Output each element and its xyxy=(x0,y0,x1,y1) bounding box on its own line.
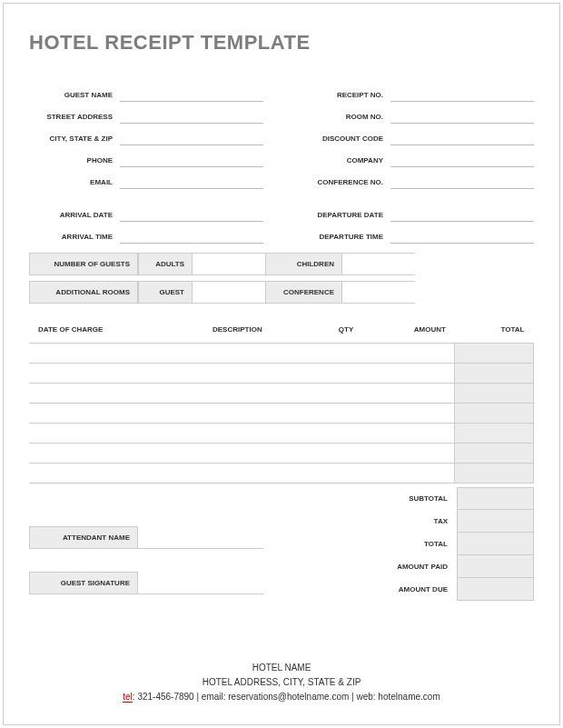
row-receipt-no: RECEIPT NO. xyxy=(300,80,534,102)
row-guest-name: GUEST NAME xyxy=(29,80,263,102)
cell-qty[interactable] xyxy=(316,384,376,404)
cell-qty[interactable] xyxy=(316,404,376,424)
input-city-state-zip[interactable] xyxy=(120,124,263,145)
value-subtotal[interactable] xyxy=(457,487,534,510)
cell-amt[interactable] xyxy=(376,344,455,364)
cell-amt[interactable] xyxy=(376,444,455,464)
row-attendant-name: ATTENDANT NAME xyxy=(29,526,263,549)
input-discount-code[interactable] xyxy=(390,124,534,145)
label-company: COMPANY xyxy=(300,156,390,167)
cell-qty[interactable] xyxy=(316,444,376,464)
cell-desc[interactable] xyxy=(159,384,316,404)
input-guest-signature[interactable] xyxy=(138,572,263,594)
row-phone: PHONE xyxy=(29,145,263,167)
input-receipt-no[interactable] xyxy=(390,80,534,102)
charges-body xyxy=(29,344,534,484)
header-qty: QTY xyxy=(316,320,376,344)
cell-amt[interactable] xyxy=(376,384,455,404)
cell-desc[interactable] xyxy=(159,404,316,424)
input-departure-date[interactable] xyxy=(390,200,534,222)
footer-tel-value: : 321-456-7890 xyxy=(133,692,194,702)
row-room-no: ROOM NO. xyxy=(300,102,534,124)
cell-desc[interactable] xyxy=(159,444,316,464)
input-attendant-name[interactable] xyxy=(138,526,263,549)
input-conference-rooms[interactable] xyxy=(342,281,415,304)
footer-contact-line: tel: 321-456-7890 | email: reservations@… xyxy=(4,690,559,704)
label-guest: GUEST xyxy=(138,281,193,304)
charges-table: DATE OF CHARGE DESCRIPTION QTY AMOUNT TO… xyxy=(29,320,534,484)
info-col-left: GUEST NAME STREET ADDRESS CITY, STATE & … xyxy=(29,80,263,244)
table-row xyxy=(29,404,534,424)
cell-qty[interactable] xyxy=(316,464,376,484)
cell-desc[interactable] xyxy=(159,424,316,444)
value-total[interactable] xyxy=(457,533,534,555)
cell-total[interactable] xyxy=(455,404,534,424)
cell-desc[interactable] xyxy=(159,364,316,384)
input-street-address[interactable] xyxy=(120,102,263,124)
cell-qty[interactable] xyxy=(316,364,376,384)
input-company[interactable] xyxy=(390,145,534,167)
cell-date[interactable] xyxy=(29,344,159,364)
input-room-no[interactable] xyxy=(390,102,534,124)
footer-email-label: email: xyxy=(202,692,228,702)
label-arrival-date: ARRIVAL DATE xyxy=(29,211,120,222)
cell-total[interactable] xyxy=(455,464,534,484)
value-tax[interactable] xyxy=(457,510,534,533)
input-conference-no[interactable] xyxy=(390,167,534,189)
footer-email-value: reservations@hotelname.com xyxy=(228,692,349,702)
cell-date[interactable] xyxy=(29,444,159,464)
cell-total[interactable] xyxy=(455,444,534,464)
input-arrival-date[interactable] xyxy=(120,200,263,222)
cell-total[interactable] xyxy=(455,364,534,384)
cell-date[interactable] xyxy=(29,364,159,384)
cell-total[interactable] xyxy=(455,424,534,444)
label-room-no: ROOM NO. xyxy=(300,113,390,124)
label-email: EMAIL xyxy=(29,178,120,189)
table-row xyxy=(29,384,534,404)
input-adults[interactable] xyxy=(193,253,265,275)
input-phone[interactable] xyxy=(120,145,263,167)
guest-count-block: NUMBER OF GUESTS ADULTS CHILDREN ADDITIO… xyxy=(29,253,534,304)
guest-info-block: GUEST NAME STREET ADDRESS CITY, STATE & … xyxy=(29,80,534,244)
input-guest-rooms[interactable] xyxy=(193,281,265,304)
label-amount-due: AMOUNT DUE xyxy=(366,578,457,601)
label-city-state-zip: CITY, STATE & ZIP xyxy=(29,135,120,145)
value-amount-paid[interactable] xyxy=(457,555,534,578)
cell-desc[interactable] xyxy=(159,464,316,484)
input-children[interactable] xyxy=(342,253,415,275)
label-departure-time: DEPARTURE TIME xyxy=(300,233,390,244)
cell-total[interactable] xyxy=(455,344,534,364)
value-amount-due[interactable] xyxy=(457,578,534,601)
label-tax: TAX xyxy=(366,510,457,533)
cell-amt[interactable] xyxy=(376,464,455,484)
row-arrival-date: ARRIVAL DATE xyxy=(29,200,263,222)
row-email: EMAIL xyxy=(29,167,263,189)
row-guest-signature: GUEST SIGNATURE xyxy=(29,572,263,594)
input-email[interactable] xyxy=(120,167,263,189)
cell-date[interactable] xyxy=(29,384,159,404)
table-row xyxy=(29,364,534,384)
label-arrival-time: ARRIVAL TIME xyxy=(29,233,120,244)
footer-sep1: | xyxy=(194,692,202,702)
input-arrival-time[interactable] xyxy=(120,222,263,244)
cell-amt[interactable] xyxy=(376,424,455,444)
cell-date[interactable] xyxy=(29,464,159,484)
cell-date[interactable] xyxy=(29,424,159,444)
input-departure-time[interactable] xyxy=(390,222,534,244)
cell-amt[interactable] xyxy=(376,364,455,384)
receipt-page: HOTEL RECEIPT TEMPLATE GUEST NAME STREET… xyxy=(3,3,560,725)
footer-hotel-name: HOTEL NAME xyxy=(4,661,559,675)
input-guest-name[interactable] xyxy=(120,80,263,102)
footer-tel-label: tel xyxy=(123,692,133,703)
cell-qty[interactable] xyxy=(316,344,376,364)
label-conference: CONFERENCE xyxy=(265,281,342,304)
cell-desc[interactable] xyxy=(159,344,316,364)
label-guest-signature: GUEST SIGNATURE xyxy=(29,572,138,594)
cell-total[interactable] xyxy=(455,384,534,404)
cell-date[interactable] xyxy=(29,404,159,424)
cell-qty[interactable] xyxy=(316,424,376,444)
header-total: TOTAL xyxy=(455,320,534,344)
row-number-of-guests: NUMBER OF GUESTS ADULTS CHILDREN xyxy=(29,253,534,275)
cell-amt[interactable] xyxy=(376,404,455,424)
info-col-right: RECEIPT NO. ROOM NO. DISCOUNT CODE COMPA… xyxy=(300,80,534,244)
